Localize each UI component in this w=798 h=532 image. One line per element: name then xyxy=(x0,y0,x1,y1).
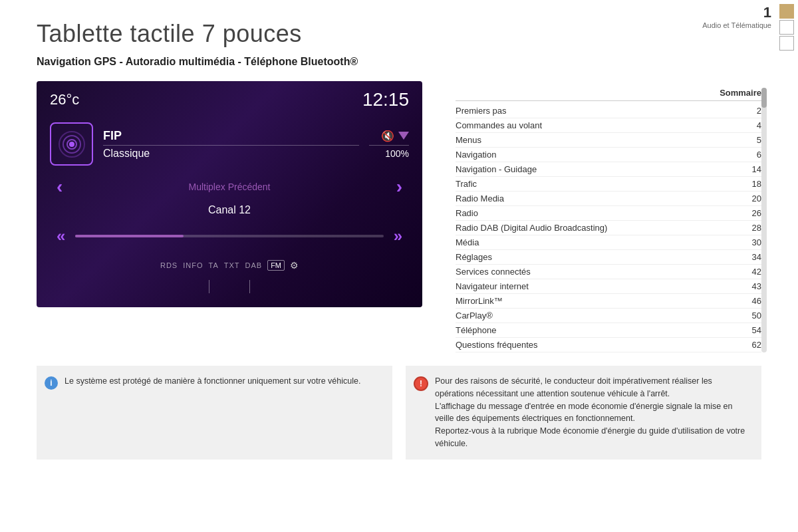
toc-item-label: Radio DAB (Digital Audio Broadcasting) xyxy=(456,223,741,233)
scrollbar-track[interactable] xyxy=(761,88,767,352)
toc-row: Trafic18 xyxy=(456,177,761,192)
toc-item-page: 30 xyxy=(741,237,761,247)
info-icon-blue: i xyxy=(45,376,58,390)
toc-item-page: 5 xyxy=(741,135,761,145)
prev-arrow: ‹ xyxy=(57,176,63,198)
toc-item-label: Radio xyxy=(456,208,741,218)
toc-row: Téléphone54 xyxy=(456,323,761,338)
toc-item-label: Trafic xyxy=(456,179,741,189)
tag-dab: DAB xyxy=(245,261,263,269)
toc-item-label: Média xyxy=(456,237,741,247)
info-text-red: Pour des raisons de sécurité, le conduct… xyxy=(435,375,751,450)
toc-item-page: 4 xyxy=(741,120,761,130)
toc-item-label: Services connectés xyxy=(456,267,741,277)
toc-item-page: 26 xyxy=(741,208,761,218)
info-text-blue: Le système est protégé de manière à fonc… xyxy=(65,375,360,388)
screen-temperature: 26°c xyxy=(50,91,79,108)
toc-item-label: Navigation xyxy=(456,150,741,160)
multiplex-label: Multiplex Précédent xyxy=(189,182,271,192)
toc-row: Réglages34 xyxy=(456,250,761,265)
progress-bar-fill xyxy=(75,235,183,237)
toc-row: Radio Media20 xyxy=(456,192,761,206)
bookmark-empty-1 xyxy=(779,20,794,35)
volume-percent: 100% xyxy=(385,148,409,159)
right-column: Sommaire Premiers pas2Commandes au volan… xyxy=(456,81,761,352)
toc-item-page: 62 xyxy=(741,340,761,350)
tick-left xyxy=(209,280,209,293)
toc-item-page: 28 xyxy=(741,223,761,233)
prev-double-arrow: « xyxy=(57,227,65,245)
page-title: Tablette tactile 7 pouces xyxy=(37,20,761,48)
toc-list: Premiers pas2Commandes au volant4Menus5N… xyxy=(456,104,761,352)
toc-item-label: Commandes au volant xyxy=(456,120,741,130)
wifi-ring-inner xyxy=(66,139,77,150)
toc-row: Commandes au volant4 xyxy=(456,118,761,133)
info-icon-red: ! xyxy=(414,376,428,391)
tag-rds: RDS xyxy=(160,261,178,269)
toc-item-label: Navigation - Guidage xyxy=(456,164,741,174)
nav-controls-row1: ‹ Multiplex Précédent › xyxy=(50,171,409,203)
volume-separator xyxy=(369,145,409,146)
radio-name: FIP xyxy=(103,129,359,143)
radio-icon-box xyxy=(50,122,93,166)
toc-item-page: 18 xyxy=(741,179,761,189)
tag-ta: TA xyxy=(208,261,218,269)
tag-txt: TXT xyxy=(224,261,240,269)
toc-row: Média30 xyxy=(456,235,761,250)
radio-type: Classique xyxy=(103,148,359,160)
toc-scroll-area: Sommaire Premiers pas2Commandes au volan… xyxy=(456,88,761,352)
screen-bottom-bar: RDS INFO TA TXT DAB FM ⚙ xyxy=(37,255,422,276)
toc-item-label: Navigateur internet xyxy=(456,281,741,291)
two-column-layout: 26°c 12:15 xyxy=(37,81,761,352)
dropdown-arrow xyxy=(398,132,409,140)
toc-row: Navigation - Guidage14 xyxy=(456,162,761,177)
screen-bottom-line xyxy=(37,276,422,297)
toc-item-label: Menus xyxy=(456,135,741,145)
toc-item-label: Réglages xyxy=(456,252,741,262)
toc-item-page: 50 xyxy=(741,311,761,321)
nav-controls-row2: « » xyxy=(50,224,409,248)
screen-time: 12:15 xyxy=(362,89,409,110)
tag-info: INFO xyxy=(183,261,203,269)
toc-item-page: 6 xyxy=(741,150,761,160)
radio-right-controls: 🔇 100% xyxy=(369,130,409,159)
toc-item-page: 14 xyxy=(741,164,761,174)
radio-row: FIP Classique 🔇 100% xyxy=(50,122,409,166)
toc-row: Questions fréquentes62 xyxy=(456,338,761,352)
info-box-red: ! Pour des raisons de sécurité, le condu… xyxy=(406,366,761,460)
car-screen: 26°c 12:15 xyxy=(37,81,422,307)
toc-item-page: 43 xyxy=(741,281,761,291)
settings-icon: ⚙ xyxy=(290,260,299,271)
toc-row: Navigateur internet43 xyxy=(456,279,761,294)
tag-fm: FM xyxy=(267,260,285,271)
radio-separator xyxy=(103,145,359,146)
toc-row: Radio26 xyxy=(456,206,761,221)
page-number: 1 xyxy=(763,4,771,21)
toc-item-page: 54 xyxy=(741,325,761,335)
toc-item-label: Premiers pas xyxy=(456,106,741,116)
next-arrow: › xyxy=(396,176,402,198)
info-boxes: i Le système est protégé de manière à fo… xyxy=(37,366,761,460)
toc-row: Premiers pas2 xyxy=(456,104,761,118)
main-content: Tablette tactile 7 pouces Navigation GPS… xyxy=(0,0,798,473)
scrollbar-thumb[interactable] xyxy=(761,88,767,108)
toc-item-page: 2 xyxy=(741,106,761,116)
toc-item-label: Téléphone xyxy=(456,325,741,335)
bookmark-filled xyxy=(779,4,794,19)
toc-row: Navigation6 xyxy=(456,148,761,162)
left-column: 26°c 12:15 xyxy=(37,81,429,352)
next-double-arrow: » xyxy=(394,227,402,245)
tick-right xyxy=(249,280,250,293)
page-subtitle: Navigation GPS - Autoradio multimédia - … xyxy=(37,56,761,68)
info-box-blue: i Le système est protégé de manière à fo… xyxy=(37,366,392,460)
screen-body: FIP Classique 🔇 100% xyxy=(37,116,422,255)
volume-icon: 🔇 xyxy=(381,130,394,142)
page-header-corner: 1 Audio et Télématique xyxy=(702,0,798,51)
toc-row: Services connectés42 xyxy=(456,265,761,279)
toc-item-page: 20 xyxy=(741,194,761,203)
screen-top-bar: 26°c 12:15 xyxy=(37,81,422,116)
toc-header: Sommaire xyxy=(456,88,761,101)
canal-label: Canal 12 xyxy=(208,204,251,215)
page-number-area: 1 Audio et Télématique xyxy=(702,0,779,32)
toc-item-label: Questions fréquentes xyxy=(456,340,741,350)
